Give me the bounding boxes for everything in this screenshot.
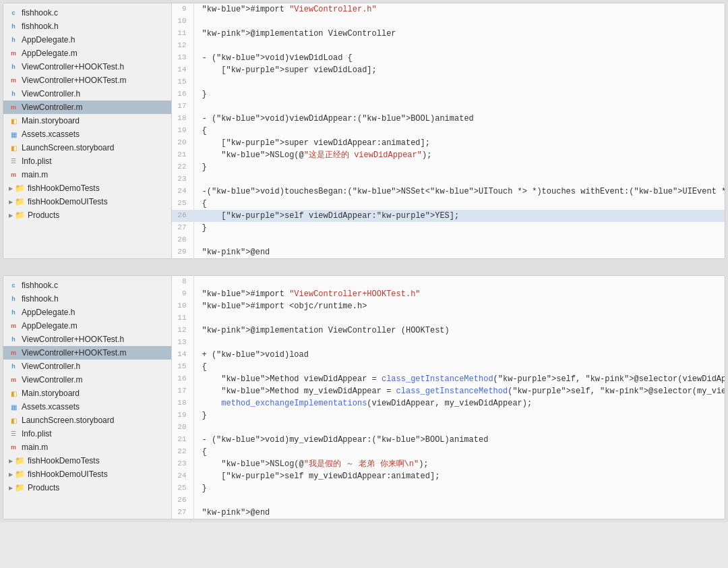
sidebar-item-ViewControllerHOOKTest_m2[interactable]: mViewController+HOOKTest.m: [3, 346, 171, 360]
code-content-10: [193, 16, 725, 28]
triangle-icon: ▶: [9, 485, 13, 491]
code-row-20: 20 ["kw-purple">super viewDidAppear:anim…: [172, 137, 725, 149]
sidebar-item-Products[interactable]: ▶📁Products: [3, 208, 171, 222]
code-row-15: 15: [172, 76, 725, 88]
sidebar-item-fishHookDemoUITests[interactable]: ▶📁fishHookDemoUITests: [3, 195, 171, 208]
plist-icon: ☰: [9, 429, 18, 438]
code-row-20: 20: [172, 422, 725, 434]
sidebar-item-AppDelegate_m[interactable]: mAppDelegate.m: [3, 47, 171, 60]
line-number-19: 19: [172, 125, 193, 137]
code-content-20: [193, 422, 725, 434]
code-content-19: }: [193, 409, 725, 422]
sidebar-item-fishHookDemoUITests2[interactable]: ▶📁fishHookDemoUITests: [3, 467, 171, 481]
c-icon: c: [9, 8, 18, 18]
sidebar-item-fishHookDemoTests2[interactable]: ▶📁fishHookDemoTests: [3, 454, 171, 467]
code-row-28: 28: [172, 234, 725, 246]
h-icon: h: [9, 335, 18, 344]
code-content-24: -("kw-blue">void)touchesBegan:("kw-blue"…: [193, 186, 725, 198]
folder-icon: 📁: [15, 210, 24, 220]
code-row-16: 16}: [172, 88, 725, 101]
sidebar-item-label: ViewController.m: [22, 103, 82, 112]
sidebar-item-label: fishHookDemoTests: [28, 183, 100, 193]
sidebar-item-ViewControllerHOOKTest_h2[interactable]: hViewController+HOOKTest.h: [3, 333, 171, 346]
code-row-24: 24-("kw-blue">void)touchesBegan:("kw-blu…: [172, 186, 725, 198]
code-content-19: {: [193, 125, 725, 137]
sidebar-item-label: Products: [28, 483, 59, 492]
sidebar-item-LaunchScreen_storyboard[interactable]: ◧LaunchScreen.storyboard: [3, 141, 171, 154]
code-row-9: 9"kw-blue">#import "ViewController.h": [172, 3, 725, 16]
code-content-12: "kw-pink">@implementation ViewController…: [193, 324, 725, 337]
sidebar-item-ViewController_h2[interactable]: hViewController.h: [3, 360, 171, 373]
sidebar-item-label: Info.plist: [22, 157, 52, 166]
sidebar-item-label: fishhook.h: [22, 22, 59, 31]
line-number-20: 20: [172, 137, 193, 149]
m-icon: m: [9, 348, 18, 358]
sidebar-item-ViewController_m2[interactable]: mViewController.m: [3, 373, 171, 387]
code-row-18: 18 method_exchangeImplementations(viewDi…: [172, 397, 725, 409]
sidebar-item-ViewController_h[interactable]: hViewController.h: [3, 87, 171, 101]
code-content-26: [193, 494, 725, 507]
sidebar-2: cfishhook.chfishhook.hhAppDelegate.hmApp…: [3, 276, 172, 519]
line-number-10: 10: [172, 300, 193, 312]
sidebar-item-AppDelegate_m2[interactable]: mAppDelegate.m: [3, 319, 171, 333]
sidebar-item-Main_storyboard2[interactable]: ◧Main.storyboard: [3, 387, 171, 400]
folder-icon: 📁: [15, 470, 24, 479]
sidebar-item-fishhook_h[interactable]: hfishhook.h: [3, 20, 171, 33]
sidebar-item-label: Main.storyboard: [22, 389, 80, 398]
code-row-14: 14 ["kw-purple">super viewDidLoad];: [172, 64, 725, 76]
sidebar-item-fishHookDemoTests[interactable]: ▶📁fishHookDemoTests: [3, 181, 171, 195]
sidebar-item-fishhook_h2[interactable]: hfishhook.h: [3, 292, 171, 306]
code-row-21: 21 "kw-blue">NSLog(@"这是正经的 viewDidAppear…: [172, 149, 725, 161]
code-content-21: "kw-blue">NSLog(@"这是正经的 viewDidAppear");: [193, 149, 725, 161]
code-content-9: "kw-blue">#import "ViewController+HOOKTe…: [193, 288, 725, 300]
sidebar-item-label: main.m: [22, 170, 48, 179]
sidebar-item-main_m2[interactable]: mmain.m: [3, 441, 171, 454]
sidebar-item-Info_plist[interactable]: ☰Info.plist: [3, 154, 171, 168]
xcassets-icon: ▦: [9, 402, 18, 411]
code-row-18: 18- ("kw-blue">void)viewDidAppear:("kw-b…: [172, 113, 725, 125]
line-number-23: 23: [172, 173, 193, 186]
sidebar-item-ViewControllerHOOKTest_m[interactable]: mViewController+HOOKTest.m: [3, 74, 171, 87]
code-row-12: 12: [172, 40, 725, 52]
m-icon: m: [9, 170, 18, 179]
line-number-11: 11: [172, 28, 193, 40]
line-number-14: 14: [172, 64, 193, 76]
sidebar-item-AppDelegate_h2[interactable]: hAppDelegate.h: [3, 306, 171, 319]
code-area-1[interactable]: 9"kw-blue">#import "ViewController.h"10 …: [172, 3, 725, 258]
line-number-26: 26: [172, 210, 193, 222]
m-icon: m: [9, 321, 18, 331]
line-number-19: 19: [172, 409, 193, 422]
sidebar-item-Info_plist2[interactable]: ☰Info.plist: [3, 427, 171, 441]
line-number-24: 24: [172, 470, 193, 482]
plist-icon: ☰: [9, 157, 18, 166]
line-number-22: 22: [172, 161, 193, 173]
code-row-13: 13- ("kw-blue">void)viewDidLoad {: [172, 52, 725, 64]
sidebar-item-label: fishhook.c: [22, 8, 58, 18]
sidebar-item-ViewControllerHOOKTest_h[interactable]: hViewController+HOOKTest.h: [3, 60, 171, 74]
sidebar-item-label: ViewController+HOOKTest.m: [22, 348, 127, 358]
panel-2: cfishhook.chfishhook.hhAppDelegate.hmApp…: [3, 275, 725, 519]
code-row-25: 25}: [172, 482, 725, 494]
folder-icon: 📁: [15, 183, 24, 193]
sidebar-item-ViewController_m[interactable]: mViewController.m: [3, 101, 171, 114]
code-content-23: [193, 173, 725, 186]
code-content-15: {: [193, 361, 725, 373]
sidebar-item-main_m[interactable]: mmain.m: [3, 168, 171, 181]
code-row-11: 11"kw-pink">@implementation ViewControll…: [172, 28, 725, 40]
line-number-24: 24: [172, 186, 193, 198]
code-content-17: "kw-blue">Method my_viewDidAppear = clas…: [193, 385, 725, 397]
sidebar-item-label: Info.plist: [22, 429, 52, 438]
sidebar-item-Assets_xcassets2[interactable]: ▦Assets.xcassets: [3, 400, 171, 414]
sidebar-item-Products2[interactable]: ▶📁Products: [3, 481, 171, 494]
code-area-2[interactable]: 8 9"kw-blue">#import "ViewController+HOO…: [172, 276, 725, 519]
sidebar-item-LaunchScreen_storyboard2[interactable]: ◧LaunchScreen.storyboard: [3, 414, 171, 427]
line-number-15: 15: [172, 361, 193, 373]
sidebar-item-Main_storyboard[interactable]: ◧Main.storyboard: [3, 114, 171, 127]
sidebar-item-fishhook_c[interactable]: cfishhook.c: [3, 6, 171, 20]
sidebar-item-fishhook_c2[interactable]: cfishhook.c: [3, 279, 171, 292]
sidebar-item-AppDelegate_h[interactable]: hAppDelegate.h: [3, 33, 171, 47]
h-icon: h: [9, 89, 18, 98]
folder-icon: 📁: [15, 197, 24, 206]
line-number-20: 20: [172, 422, 193, 434]
sidebar-item-Assets_xcassets[interactable]: ▦Assets.xcassets: [3, 127, 171, 141]
